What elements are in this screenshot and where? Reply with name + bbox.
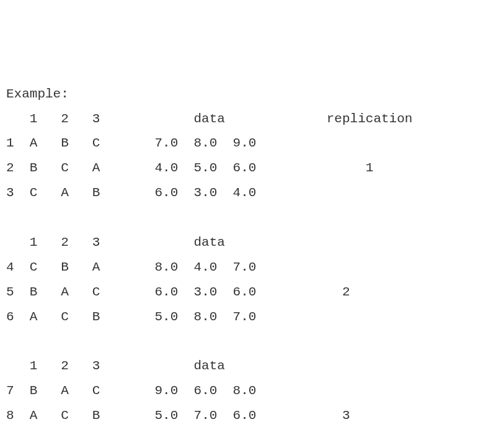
spacer bbox=[225, 408, 233, 423]
spacer bbox=[6, 235, 22, 249]
data-row: 4 C B A 8.0 4.0 7.0 bbox=[6, 255, 498, 280]
spacer bbox=[53, 260, 61, 274]
spacer bbox=[22, 408, 30, 423]
data-cell: 6.0 bbox=[233, 161, 264, 175]
data-header: data bbox=[155, 359, 264, 373]
design-cell: C bbox=[92, 136, 116, 150]
data-row: 7 B A C 9.0 6.0 8.0 bbox=[6, 379, 498, 403]
row-index: 5 bbox=[6, 285, 22, 299]
design-cell: B bbox=[30, 161, 53, 175]
spacer bbox=[22, 285, 30, 299]
blank-line bbox=[6, 205, 498, 230]
spacer bbox=[22, 186, 30, 200]
spacer bbox=[115, 161, 154, 175]
replication-value: 2 bbox=[327, 285, 374, 299]
spacer bbox=[186, 384, 194, 398]
spacer bbox=[115, 260, 154, 274]
design-cell: C bbox=[30, 260, 53, 274]
spacer bbox=[115, 359, 154, 373]
data-cell: 5.0 bbox=[155, 408, 186, 423]
row-index: 6 bbox=[6, 310, 22, 324]
spacer bbox=[225, 260, 233, 274]
design-cell: C bbox=[61, 161, 84, 175]
data-cell: 8.0 bbox=[194, 310, 225, 324]
data-cell: 6.0 bbox=[233, 285, 264, 299]
spacer bbox=[53, 285, 61, 299]
data-row: 5 B A C 6.0 3.0 6.0 2 bbox=[6, 280, 498, 305]
spacer bbox=[225, 161, 233, 175]
data-header: data bbox=[155, 235, 264, 249]
spacer bbox=[84, 384, 92, 398]
spacer bbox=[186, 186, 194, 200]
spacer bbox=[84, 235, 92, 249]
data-row: 1 A B C 7.0 8.0 9.0 bbox=[6, 131, 498, 156]
spacer bbox=[115, 112, 154, 126]
spacer bbox=[84, 136, 92, 150]
replication-value: 3 bbox=[327, 408, 374, 423]
design-cell: A bbox=[92, 161, 116, 175]
col-header: 2 bbox=[61, 235, 84, 249]
spacer bbox=[22, 136, 30, 150]
spacer bbox=[225, 186, 233, 200]
design-cell: B bbox=[92, 310, 116, 324]
data-cell: 4.0 bbox=[233, 186, 264, 200]
spacer bbox=[53, 136, 61, 150]
spacer bbox=[186, 260, 194, 274]
design-cell: B bbox=[30, 384, 53, 398]
data-cell: 9.0 bbox=[155, 384, 186, 398]
spacer bbox=[84, 260, 92, 274]
spacer bbox=[264, 161, 327, 175]
spacer bbox=[6, 335, 14, 349]
spacer bbox=[22, 310, 30, 324]
design-cell: A bbox=[61, 186, 84, 200]
blank-line bbox=[6, 330, 498, 354]
data-cell: 3.0 bbox=[194, 186, 225, 200]
spacer bbox=[186, 408, 194, 423]
spacer bbox=[6, 112, 22, 126]
row-index: 1 bbox=[6, 136, 22, 150]
data-cell: 9.0 bbox=[233, 136, 264, 150]
spacer bbox=[115, 136, 154, 150]
block-header: 1 2 3 data bbox=[6, 230, 498, 255]
spacer bbox=[53, 310, 61, 324]
row-index: 8 bbox=[6, 408, 22, 423]
data-row: 8 A C B 5.0 7.0 6.0 3 bbox=[6, 403, 498, 427]
spacer bbox=[84, 186, 92, 200]
row-index: 2 bbox=[6, 161, 22, 175]
design-cell: B bbox=[61, 260, 84, 274]
replication-header: replication bbox=[327, 112, 413, 126]
col-header: 1 bbox=[30, 112, 53, 126]
spacer bbox=[264, 408, 327, 423]
design-cell: C bbox=[61, 408, 84, 423]
design-cell: A bbox=[61, 384, 84, 398]
data-cell: 8.0 bbox=[233, 384, 264, 398]
spacer bbox=[53, 384, 61, 398]
block-header: 1 2 3 data replication bbox=[6, 107, 498, 132]
spacer bbox=[22, 235, 30, 249]
data-row: 6 A C B 5.0 8.0 7.0 bbox=[6, 305, 498, 330]
spacer bbox=[84, 359, 92, 373]
spacer bbox=[53, 161, 61, 175]
spacer bbox=[225, 285, 233, 299]
spacer bbox=[225, 310, 233, 324]
data-cell: 6.0 bbox=[233, 408, 264, 423]
spacer bbox=[53, 359, 61, 373]
design-cell: C bbox=[61, 310, 84, 324]
spacer bbox=[186, 161, 194, 175]
design-cell: B bbox=[61, 136, 84, 150]
spacer bbox=[53, 235, 61, 249]
data-cell: 7.0 bbox=[233, 310, 264, 324]
spacer bbox=[115, 408, 154, 423]
row-index: 4 bbox=[6, 260, 22, 274]
design-cell: A bbox=[30, 408, 53, 423]
data-cell: 5.0 bbox=[194, 161, 225, 175]
spacer bbox=[53, 112, 61, 126]
spacer bbox=[53, 186, 61, 200]
design-cell: B bbox=[30, 285, 53, 299]
design-cell: A bbox=[30, 310, 53, 324]
design-cell: A bbox=[92, 260, 116, 274]
data-header: data bbox=[155, 112, 264, 126]
col-header: 3 bbox=[92, 112, 116, 126]
data-cell: 6.0 bbox=[155, 285, 186, 299]
spacer bbox=[115, 384, 154, 398]
